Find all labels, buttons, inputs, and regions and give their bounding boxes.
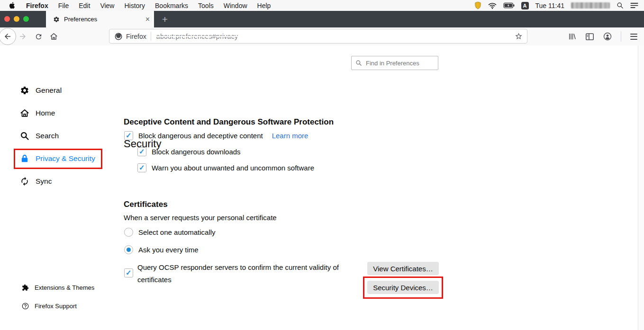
toolbar-separator [621,31,621,42]
gear-icon [20,86,29,95]
url-text[interactable]: about:preferences#privacy [156,33,238,40]
account-icon[interactable] [603,32,612,41]
sidebar-label-search: Search [36,132,59,140]
view-certificates-button[interactable]: View Certificates… [367,262,439,275]
search-icon [355,60,362,66]
annotation-box-privacy-security [14,149,102,169]
block-content-label[interactable]: Block dangerous and deceptive content [138,132,263,140]
certificates-section-heading: Certificates [124,200,168,209]
menu-file[interactable]: File [58,2,69,9]
menu-tools[interactable]: Tools [198,2,214,9]
puzzle-icon [22,284,29,291]
back-button[interactable] [0,28,16,45]
annotation-box-security-devices [363,276,443,299]
bookmark-star-icon[interactable] [515,32,523,40]
menu-firefox[interactable]: Firefox [26,2,48,9]
warn-software-checkbox[interactable] [137,163,146,172]
sync-icon [20,177,29,186]
sidebar-item-extensions-themes[interactable]: Extensions & Themes [22,281,94,294]
search-icon [20,131,29,141]
minimize-window-button[interactable] [14,16,19,22]
question-icon [22,303,29,310]
wifi-icon[interactable] [488,2,497,9]
spotlight-search-icon[interactable] [617,2,624,9]
sidebar-label-extensions-themes: Extensions & Themes [35,284,94,291]
gear-favicon-icon [53,16,60,23]
select-auto-radio[interactable] [124,228,133,237]
tab-close-icon[interactable]: × [145,16,150,23]
select-auto-label[interactable]: Select one automatically [138,228,216,236]
sidebar-label-home: Home [36,109,55,117]
battery-icon[interactable] [503,2,515,9]
url-bar[interactable]: Firefox about:preferences#privacy [109,29,527,44]
home-icon[interactable] [47,27,60,45]
firefox-window: Firefox File Edit View History Bookmarks… [0,0,644,330]
menu-help[interactable]: Help [257,2,271,9]
user-name-blurred[interactable] [571,2,610,9]
preferences-page: General Home Search Privacy & Security S… [0,45,644,330]
tab-title: Preferences [64,16,97,23]
menu-edit[interactable]: Edit [79,2,90,9]
block-downloads-label[interactable]: Block dangerous downloads [152,148,241,156]
block-downloads-checkbox[interactable] [137,147,146,156]
toolbar-right-icons [568,27,644,45]
home-icon [20,108,29,118]
window-controls [4,16,29,22]
certificates-intro: When a server requests your personal cer… [124,214,277,222]
sidebar-item-sync[interactable]: Sync [20,175,52,188]
warn-software-label[interactable]: Warn you about unwanted and uncommon sof… [152,164,314,172]
block-content-checkbox[interactable] [124,131,133,140]
menu-history[interactable]: History [124,2,145,9]
sidebar-item-firefox-support[interactable]: Firefox Support [22,300,77,312]
ask-every-time-row: Ask you every time [124,245,199,254]
find-in-preferences-input[interactable] [365,59,433,67]
ocsp-label[interactable]: Query OCSP responder servers to confirm … [137,261,354,286]
shield-icon[interactable] [474,1,481,9]
sidebar-item-general[interactable]: General [20,84,62,97]
find-in-preferences-box[interactable] [351,56,438,70]
tab-bar: Preferences × + [0,11,644,27]
notification-list-icon[interactable] [630,2,638,9]
block-downloads-row: Block dangerous downloads [137,147,241,156]
ask-every-time-label[interactable]: Ask you every time [138,246,199,254]
menubar-clock[interactable]: Tue 11:41 [535,2,565,9]
warn-software-row: Warn you about unwanted and uncommon sof… [137,163,314,172]
zoom-window-button[interactable] [23,16,29,22]
navigation-toolbar: Firefox about:preferences#privacy [0,27,644,46]
app-menu-icon[interactable] [630,34,637,40]
apple-logo-icon[interactable] [9,1,16,9]
sidebar-item-home[interactable]: Home [20,107,55,120]
macos-menubar: Firefox File Edit View History Bookmarks… [0,0,644,11]
sidebar-label-firefox-support: Firefox Support [35,303,77,310]
input-source-icon[interactable]: A [521,2,529,9]
learn-more-link[interactable]: Learn more [272,132,308,140]
scrollbar[interactable] [638,45,644,330]
menubar-status-area: A Tue 11:41 [474,1,644,9]
deceptive-section-heading: Deceptive Content and Dangerous Software… [124,117,334,127]
library-icon[interactable] [568,32,576,41]
urlbar-separator [151,32,151,41]
menu-bookmarks[interactable]: Bookmarks [155,2,188,9]
new-tab-button[interactable]: + [158,11,172,27]
menu-view[interactable]: View [100,2,114,9]
ask-every-time-radio[interactable] [124,245,133,254]
tab-preferences[interactable]: Preferences × [46,11,154,27]
sidebar-label-general: General [36,86,62,95]
forward-button[interactable] [16,27,29,45]
sidebar-panel-icon[interactable] [585,33,594,41]
firefox-identity-icon [114,32,123,41]
block-content-row: Block dangerous and deceptive content Le… [124,131,308,140]
sidebar-label-sync: Sync [36,177,52,186]
sidebar-item-search[interactable]: Search [20,129,59,143]
select-auto-row: Select one automatically [124,228,216,237]
reload-icon[interactable] [32,27,45,45]
menu-window[interactable]: Window [224,2,247,9]
ocsp-checkbox[interactable] [124,268,133,277]
close-window-button[interactable] [4,16,10,22]
identity-brand-label: Firefox [126,33,146,40]
